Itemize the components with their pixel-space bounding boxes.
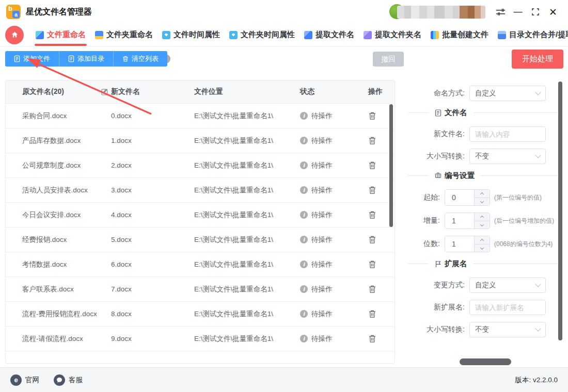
add-folder-button[interactable]: 添加目录 — [59, 51, 113, 67]
home-button[interactable] — [5, 26, 24, 44]
change-method-label: 变更方式: — [408, 281, 465, 290]
settings-panel: 命名方式: 自定义 文件名 新文件名: 大小写转换: 不变 编号设置 起 — [408, 81, 561, 344]
trash-icon — [368, 161, 376, 170]
tab-merge-extract[interactable]: 目录文件合并/提取 — [493, 24, 568, 46]
status-text: 待操作 — [311, 309, 333, 319]
original-filename: 流程-请假流程.docx — [22, 334, 101, 344]
status-text: 待操作 — [311, 111, 333, 121]
status-cell: i 待操作 — [300, 136, 362, 145]
delete-row-button[interactable] — [368, 161, 376, 170]
info-icon: i — [300, 137, 308, 144]
increment-up-button[interactable] — [475, 213, 490, 221]
delete-row-button[interactable] — [368, 260, 376, 269]
original-filename: 流程-费用报销流程.docx — [22, 309, 101, 319]
naming-method-select[interactable]: 自定义 — [469, 86, 546, 101]
minimize-button[interactable]: — — [509, 4, 527, 20]
action-cell — [362, 235, 395, 244]
version-label: 版本: v2.2.0.0 — [515, 375, 558, 385]
delete-row-button[interactable] — [368, 136, 376, 145]
info-icon: i — [300, 285, 308, 293]
start-number-input[interactable] — [445, 190, 474, 205]
tab-folder-time-attr[interactable]: 文件夹时间属性 — [225, 24, 299, 46]
digits-input[interactable] — [445, 236, 474, 252]
info-icon: i — [300, 236, 308, 243]
delete-row-button[interactable] — [368, 235, 376, 244]
tab-label: 文件夹重命名 — [106, 30, 153, 40]
increment-down-button[interactable] — [475, 244, 490, 252]
status-text: 待操作 — [311, 235, 333, 244]
extension-case-select[interactable]: 不变 — [469, 322, 546, 337]
new-filename-input[interactable] — [469, 126, 546, 142]
folder-time-icon — [229, 31, 238, 39]
tab-label: 提取文件夹名 — [375, 30, 421, 40]
delete-row-button[interactable] — [368, 285, 376, 293]
increment-input[interactable] — [445, 213, 474, 228]
increment-down-button[interactable] — [475, 221, 490, 229]
table-row: 产品库存数据.docx 1.docx E:\测试文件\批量重命名1\ i 待操作 — [6, 128, 395, 153]
delete-row-button[interactable] — [368, 309, 376, 318]
status-text: 待操作 — [311, 136, 333, 145]
delete-row-button[interactable] — [368, 210, 376, 219]
official-website-link[interactable]: e 官网 — [10, 374, 39, 386]
status-cell: i 待操作 — [300, 210, 362, 220]
status-text: 待操作 — [311, 161, 333, 170]
clear-list-button[interactable]: 清空列表 — [113, 51, 167, 67]
sidebar-vertical-scrollbar[interactable] — [558, 81, 562, 340]
tab-label: 提取文件名 — [315, 30, 354, 40]
settings-sliders-icon[interactable] — [492, 4, 509, 20]
new-filename: 5.docx — [101, 236, 194, 243]
info-icon: i — [300, 211, 308, 219]
tab-bar: 文件重命名 文件夹重命名 文件时间属性 文件夹时间属性 提取文件名 提取文件夹名… — [0, 24, 568, 46]
increment-up-button[interactable] — [475, 236, 490, 244]
status-text: 待操作 — [311, 210, 333, 220]
new-extension-input[interactable] — [469, 300, 546, 315]
table-row: 流程-费用报销流程.docx 8.docx E:\测试文件\批量重命名1\ i … — [6, 302, 395, 326]
tab-label: 目录文件合并/提取 — [509, 30, 568, 40]
tab-file-time-attr[interactable]: 文件时间属性 — [157, 24, 225, 46]
original-filename: 产品库存数据.docx — [22, 136, 101, 145]
increment-down-button[interactable] — [475, 198, 490, 206]
new-filename: 9.docx — [101, 335, 194, 342]
tab-folder-rename[interactable]: 文件夹重命名 — [90, 24, 157, 46]
info-icon: i — [300, 161, 308, 169]
new-filename: 0.docx — [101, 112, 194, 120]
original-filename: 今日会议安排.docx — [22, 210, 101, 220]
undo-button[interactable]: 撤回 — [373, 52, 404, 67]
add-file-button[interactable]: 添加文件 — [5, 51, 59, 67]
delete-row-button[interactable] — [368, 334, 376, 343]
start-processing-button[interactable]: 开始处理 — [512, 50, 563, 69]
tab-extract-filename[interactable]: 提取文件名 — [299, 24, 359, 46]
user-account[interactable] — [389, 4, 485, 20]
naming-method-label: 命名方式: — [408, 89, 465, 98]
extension-section-divider: 扩展名 — [408, 259, 561, 269]
chat-bubble-icon — [54, 374, 65, 386]
customer-service-link[interactable]: 客服 — [54, 374, 83, 386]
change-method-select[interactable]: 自定义 — [469, 277, 546, 293]
tab-file-rename[interactable]: 文件重命名 — [31, 24, 90, 46]
chevron-down-icon — [535, 89, 541, 95]
change-method-row: 变更方式: 自定义 — [408, 277, 561, 293]
close-button[interactable]: ✕ — [544, 4, 562, 20]
start-number-row: 起始: (第一位编号的值) — [408, 189, 561, 206]
file-location: E:\测试文件\批量重命名1\ — [194, 111, 300, 121]
trash-icon — [368, 136, 376, 145]
col-status: 状态 — [300, 87, 362, 96]
sidebar-horizontal-scrollbar[interactable] — [460, 358, 511, 365]
delete-row-button[interactable] — [368, 111, 376, 120]
info-icon: i — [300, 186, 308, 194]
maximize-button[interactable] — [527, 4, 544, 20]
filename-case-select[interactable]: 不变 — [469, 149, 546, 164]
delete-row-button[interactable] — [368, 186, 376, 194]
status-text: 待操作 — [311, 260, 333, 269]
blurred-username — [397, 6, 485, 19]
file-location: E:\测试文件\批量重命名1\ — [194, 186, 300, 195]
tab-extract-foldername[interactable]: 提取文件夹名 — [359, 24, 426, 46]
table-vertical-scrollbar[interactable] — [389, 104, 393, 227]
tab-batch-create[interactable]: 批量创建文件 — [426, 24, 493, 46]
table-row: 流程-请假流程.docx 9.docx E:\测试文件\批量重命名1\ i 待操… — [6, 326, 395, 351]
original-filename: 客户联系表.docx — [22, 285, 101, 294]
digits-stepper — [445, 236, 490, 252]
chevron-down-icon — [535, 152, 541, 158]
increment-up-button[interactable] — [475, 190, 490, 198]
info-icon: i — [300, 112, 308, 120]
